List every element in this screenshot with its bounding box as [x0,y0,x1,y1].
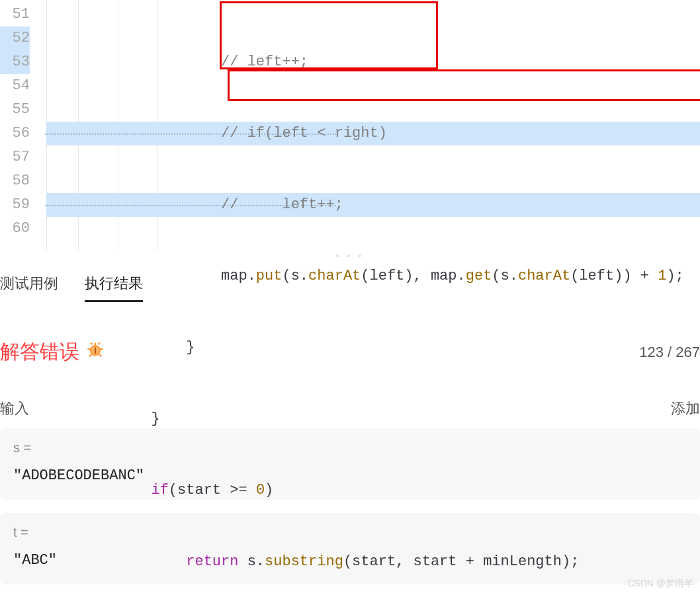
line-number: 54 [0,74,30,98]
line-number: 53 [0,50,30,74]
line-number: 59 [0,193,30,217]
line-number: 55 [0,98,30,122]
watermark: CSDN @梦雨羊 [627,578,693,590]
code-line: // if(left < right) [46,122,700,145]
line-number-gutter: 51 52 53 54 55 56 57 58 59 60 [0,0,46,251]
code-line: map.put(s.charAt(left), map.get(s.charAt… [46,264,700,288]
code-editor[interactable]: 51 52 53 54 55 56 57 58 59 60 // left++;… [0,0,700,251]
code-line: return s.substring(start, start + minLen… [46,550,700,574]
line-number: 51 [0,3,30,26]
line-number: 52 [0,26,30,50]
line-number: 57 [0,145,30,169]
line-number: 56 [0,122,30,145]
highlight-box-2 [228,69,700,101]
code-content[interactable]: // left++; // if(left < right) // left++… [46,0,700,251]
code-line: } [46,407,700,431]
input-label: 输入 [0,399,29,418]
line-number: 58 [0,169,30,193]
code-line: } [46,336,700,360]
code-line: // left++; [46,193,700,217]
code-line: // left++; [46,50,700,74]
code-line: if(start >= 0) [46,479,700,502]
line-number: 60 [0,217,30,241]
